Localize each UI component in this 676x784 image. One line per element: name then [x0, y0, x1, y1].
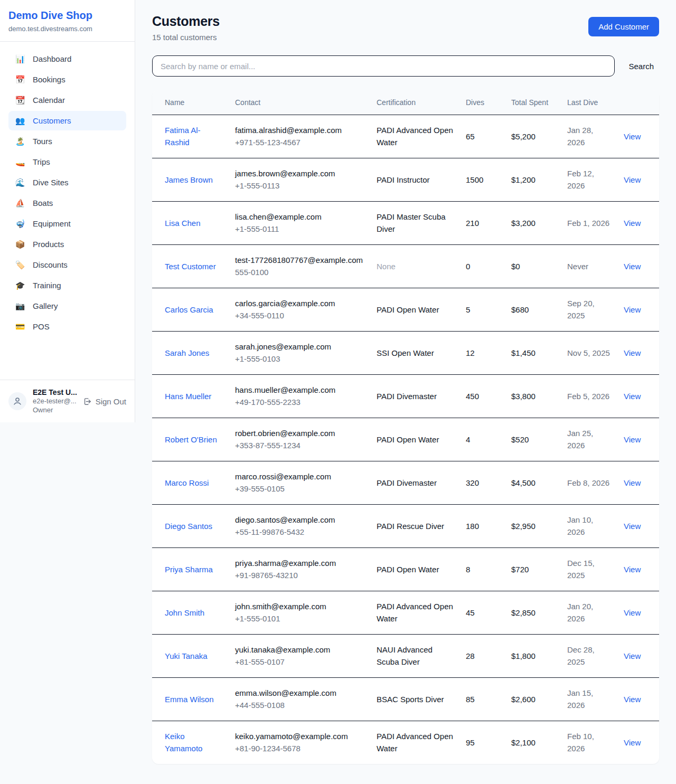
customer-phone: +1-555-0111	[235, 223, 364, 235]
customer-total-spent: $2,850	[505, 591, 561, 635]
view-customer-link[interactable]: View	[624, 219, 641, 228]
customer-name-link[interactable]: Lisa Chen	[165, 219, 201, 228]
customer-last-dive: Sep 20, 2025	[561, 288, 617, 332]
trips-icon: 🚤	[15, 158, 25, 166]
user-email: e2e-tester@...	[33, 397, 77, 406]
sidebar-item-pos[interactable]: 💳POS	[8, 317, 126, 336]
customer-last-dive: Never	[561, 245, 617, 288]
customer-certification: NAUI Advanced Scuba Diver	[370, 635, 459, 678]
view-customer-link[interactable]: View	[624, 478, 641, 487]
view-customer-link[interactable]: View	[624, 348, 641, 357]
search-input[interactable]	[152, 55, 615, 77]
customers-table: NameContactCertificationDivesTotal Spent…	[152, 90, 659, 764]
sidebar-item-trips[interactable]: 🚤Trips	[8, 152, 126, 172]
customer-total-spent: $1,800	[505, 635, 561, 678]
sidebar-item-equipment[interactable]: 🤿Equipment	[8, 214, 126, 233]
customer-name-link[interactable]: Diego Santos	[165, 522, 212, 531]
view-customer-link[interactable]: View	[624, 695, 641, 704]
customer-certification: PADI Open Water	[370, 418, 459, 461]
customer-last-dive: Feb 5, 2026	[561, 375, 617, 418]
customer-total-spent: $5,200	[505, 115, 561, 158]
sidebar-item-label: Bookings	[33, 75, 65, 84]
customer-email: test-1772681807767@example.com	[235, 254, 364, 267]
sidebar-item-label: Products	[33, 240, 64, 249]
dashboard-icon: 📊	[15, 55, 25, 63]
boats-icon: ⛵	[15, 199, 25, 207]
sidebar-item-discounts[interactable]: 🏷️Discounts	[8, 255, 126, 275]
customer-phone: +39-555-0105	[235, 483, 364, 495]
customer-dives: 1500	[459, 158, 505, 202]
view-customer-link[interactable]: View	[624, 565, 641, 574]
customer-total-spent: $3,200	[505, 202, 561, 245]
column-header	[617, 90, 659, 115]
view-customer-link[interactable]: View	[624, 435, 641, 444]
customer-name-link[interactable]: Yuki Tanaka	[165, 651, 208, 660]
sidebar-item-products[interactable]: 📦Products	[8, 234, 126, 254]
customer-name-link[interactable]: Sarah Jones	[165, 348, 209, 357]
sidebar-item-dashboard[interactable]: 📊Dashboard	[8, 49, 126, 69]
view-customer-link[interactable]: View	[624, 392, 641, 401]
sidebar-item-calendar[interactable]: 📆Calendar	[8, 90, 126, 110]
table-row: Hans Muellerhans.mueller@example.com+49-…	[152, 375, 659, 418]
customer-total-spent: $2,100	[505, 721, 561, 764]
customer-total-spent: $1,450	[505, 332, 561, 375]
customer-email: john.smith@example.com	[235, 601, 364, 613]
view-customer-link[interactable]: View	[624, 738, 641, 747]
customer-name-link[interactable]: John Smith	[165, 608, 204, 617]
customer-total-spent: $520	[505, 418, 561, 461]
customer-email: fatima.alrashid@example.com	[235, 125, 364, 137]
gallery-icon: 📷	[15, 302, 25, 310]
customer-phone: +1-555-0113	[235, 180, 364, 192]
sidebar-item-training[interactable]: 🎓Training	[8, 276, 126, 295]
sign-out-icon	[83, 397, 92, 406]
customer-certification: PADI Open Water	[370, 288, 459, 332]
customer-name-link[interactable]: Carlos Garcia	[165, 305, 213, 314]
customer-last-dive: Jan 28, 2026	[561, 115, 617, 158]
customer-dives: 85	[459, 678, 505, 721]
sidebar-item-label: Training	[33, 281, 61, 290]
customer-name-link[interactable]: Robert O'Brien	[165, 435, 217, 444]
sidebar-item-boats[interactable]: ⛵Boats	[8, 193, 126, 213]
view-customer-link[interactable]: View	[624, 175, 641, 184]
customer-email: robert.obrien@example.com	[235, 428, 364, 440]
customer-dives: 65	[459, 115, 505, 158]
sign-out-button[interactable]: Sign Out	[83, 397, 126, 406]
view-customer-link[interactable]: View	[624, 132, 641, 141]
customer-last-dive: Jan 25, 2026	[561, 418, 617, 461]
customer-name-link[interactable]: Keiko Yamamoto	[165, 732, 202, 753]
customer-dives: 95	[459, 721, 505, 764]
customer-name-link[interactable]: James Brown	[165, 175, 213, 184]
customer-phone: +81-555-0107	[235, 656, 364, 668]
table-row: Test Customertest-1772681807767@example.…	[152, 245, 659, 288]
view-customer-link[interactable]: View	[624, 608, 641, 617]
sidebar-item-bookings[interactable]: 📅Bookings	[8, 70, 126, 89]
sidebar-item-gallery[interactable]: 📷Gallery	[8, 296, 126, 316]
search-button[interactable]: Search	[623, 62, 659, 71]
pos-icon: 💳	[15, 323, 25, 330]
customer-name-link[interactable]: Priya Sharma	[165, 565, 213, 574]
customer-name-link[interactable]: Test Customer	[165, 262, 216, 271]
customer-last-dive: Dec 15, 2025	[561, 548, 617, 591]
main-content: Customers 15 total customers Add Custome…	[135, 0, 676, 781]
view-customer-link[interactable]: View	[624, 522, 641, 531]
customer-email: hans.mueller@example.com	[235, 384, 364, 396]
customer-phone: +34-555-0110	[235, 310, 364, 322]
column-header: Dives	[459, 90, 505, 115]
add-customer-button[interactable]: Add Customer	[588, 17, 659, 36]
column-header: Contact	[229, 90, 370, 115]
customer-name-link[interactable]: Emma Wilson	[165, 695, 214, 704]
sidebar-item-dive-sites[interactable]: 🌊Dive Sites	[8, 173, 126, 192]
customer-email: emma.wilson@example.com	[235, 687, 364, 700]
page-title: Customers	[152, 14, 220, 29]
view-customer-link[interactable]: View	[624, 305, 641, 314]
customer-name-link[interactable]: Marco Rossi	[165, 478, 209, 487]
view-customer-link[interactable]: View	[624, 262, 641, 271]
sidebar-item-tours[interactable]: 🏝️Tours	[8, 131, 126, 151]
brand-domain: demo.test.divestreams.com	[8, 25, 126, 33]
customer-name-link[interactable]: Hans Mueller	[165, 392, 211, 401]
view-customer-link[interactable]: View	[624, 651, 641, 660]
sidebar-item-label: Boats	[33, 199, 53, 207]
discounts-icon: 🏷️	[15, 261, 25, 269]
sidebar-item-customers[interactable]: 👥Customers	[8, 111, 126, 130]
customer-name-link[interactable]: Fatima Al-Rashid	[165, 126, 201, 147]
